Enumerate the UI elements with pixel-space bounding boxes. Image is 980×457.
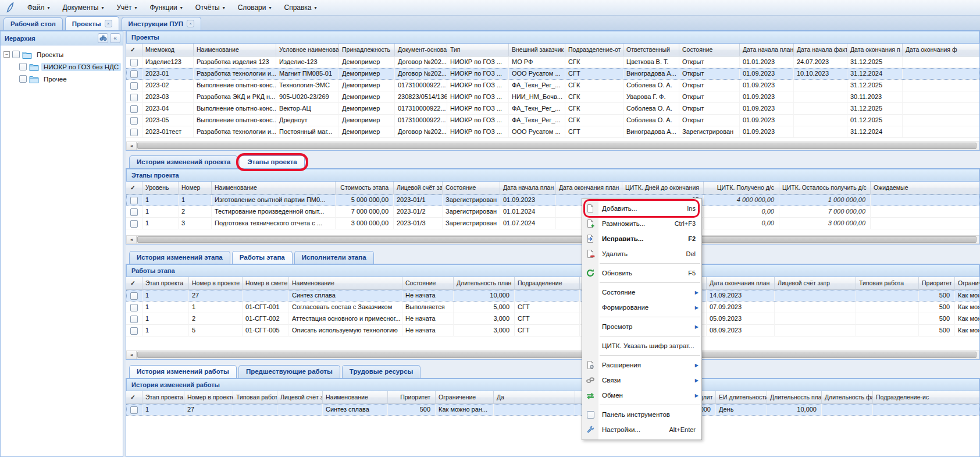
context-menu-item-view[interactable]: Просмотр▶	[582, 319, 701, 334]
row-checkbox[interactable]	[126, 206, 142, 218]
works-header-11[interactable]: Лицевой счёт затр	[775, 277, 856, 290]
context-menu-item-edit[interactable]: Исправить...F2	[582, 231, 701, 246]
history-header-7[interactable]: Ограничение	[436, 391, 494, 404]
projects-header-14[interactable]: Дата окончания ф	[903, 44, 979, 56]
projects-hscrollbar[interactable]: ◄	[126, 141, 979, 150]
projects-header-13[interactable]: Дата окончания п	[847, 44, 903, 56]
main-tab-3[interactable]: Инструкции ПУП×	[122, 17, 201, 30]
scroll-left-icon[interactable]: ◄	[127, 142, 137, 150]
context-menu-item-forming[interactable]: Формирование▶	[582, 300, 701, 315]
scroll-thumb[interactable]	[137, 236, 977, 243]
history-header-5[interactable]: Наименование	[323, 391, 388, 404]
menubar-item-3[interactable]: Учёт▾	[110, 1, 143, 14]
projects-header-7[interactable]: Внешний заказчик	[509, 44, 565, 56]
history-header-12[interactable]: Длительность пла	[767, 391, 822, 404]
works-header-1[interactable]: Этап проекта	[142, 277, 189, 290]
context-menu-item-extensions[interactable]: Расширения▶	[582, 357, 701, 373]
history-header-4[interactable]: Лицевой счёт затр	[277, 391, 323, 404]
works-header-10[interactable]: Дата окончания план	[707, 277, 775, 290]
stages-header-2[interactable]: Номер	[179, 182, 212, 194]
projects-header-4[interactable]: Принадлежность	[339, 44, 395, 56]
works-row-1[interactable]: 127Синтез сплаваНе начата10,00014.09.202…	[126, 290, 979, 302]
context-menu-item-exchange[interactable]: Обмен▶	[582, 388, 701, 403]
works-header-3[interactable]: Номер в смете	[243, 277, 289, 290]
projects-row-1[interactable]: Изделие123Разработка изделия 123Изделие-…	[126, 56, 979, 68]
projects-header-12[interactable]: Дата начала факт.	[794, 44, 847, 56]
scroll-left-icon[interactable]: ◄	[127, 351, 137, 359]
history-header-3[interactable]: Типовая работа	[233, 391, 277, 404]
tree-checkbox[interactable]	[12, 51, 20, 58]
works-header-13[interactable]: Приоритет	[919, 277, 955, 290]
projects-header-10[interactable]: Состояние	[679, 44, 740, 56]
context-menu-item-duplicate[interactable]: Размножить...Ctrl+F3	[582, 216, 701, 231]
context-menu-item-add[interactable]: Добавить...Ins	[582, 201, 701, 216]
works-header-5[interactable]: Состояние	[402, 277, 454, 290]
context-menu-item-delete[interactable]: УдалитьDel	[582, 246, 701, 261]
menubar-item-5[interactable]: Отчёты▾	[189, 1, 231, 14]
works-hscrollbar[interactable]: ◄	[126, 350, 979, 359]
menubar-item-7[interactable]: Справка▾	[277, 1, 323, 14]
works-header-4[interactable]: Наименование	[289, 277, 402, 290]
works-row-2[interactable]: 1101-СГТ-001Согласовать состав с Заказчи…	[126, 302, 979, 313]
projects-header-3[interactable]: Условное наименова	[276, 44, 339, 56]
tree-node-3[interactable]: Прочее	[2, 73, 122, 85]
tree-node-2[interactable]: НИОКР по ГОЗ без НДС	[2, 61, 122, 73]
context-menu-item-citk-cost-code[interactable]: ЦИТК. Указать шифр затрат...	[582, 338, 701, 353]
projects-row-3[interactable]: 2023-02Выполнение опытно-конс...Технолог…	[126, 80, 979, 91]
works-header-check[interactable]: ✓	[126, 277, 142, 290]
projects-row-4[interactable]: 2023-03Разработка ЭКД и РКД н...905-U020…	[126, 91, 979, 103]
projects-header-2[interactable]: Наименование	[194, 44, 276, 56]
context-menu-item-settings[interactable]: Настройки...Alt+Enter	[582, 422, 701, 437]
history-tabs-2[interactable]: Предшествующие работы	[238, 365, 340, 378]
context-menu-item-toolbar[interactable]: Панель инструментов	[582, 407, 701, 422]
stages-header-6[interactable]: Состояние	[443, 182, 500, 194]
collapse-sidebar-icon[interactable]: «	[110, 33, 120, 43]
tree-checkbox[interactable]	[19, 75, 27, 83]
row-checkbox[interactable]	[126, 56, 142, 68]
stage-tabs-2[interactable]: Этапы проекта	[240, 155, 304, 168]
stages-header-5[interactable]: Лицевой счёт затрат.	[394, 182, 443, 194]
history-header-check[interactable]: ✓	[126, 391, 142, 404]
context-menu-item-state[interactable]: Состояние▶	[582, 285, 701, 300]
work-tabs-3[interactable]: Исполнители этапа	[294, 251, 374, 264]
stages-header-8[interactable]: Дата окончания план	[556, 182, 622, 194]
row-checkbox[interactable]	[126, 80, 142, 91]
row-checkbox[interactable]	[126, 290, 142, 302]
projects-row-6[interactable]: 2023-05Выполнение опытно-конс...Дредноут…	[126, 115, 979, 126]
row-checkbox[interactable]	[126, 115, 142, 126]
work-tabs-2[interactable]: Работы этапа	[232, 251, 293, 264]
history-header-11[interactable]: ЕИ длительности	[716, 391, 767, 404]
works-header-12[interactable]: Типовая работа	[856, 277, 919, 290]
context-menu-item-refresh[interactable]: ОбновитьF5	[582, 265, 701, 281]
stages-row-3[interactable]: 13Подготовка технического отчета с ...3 …	[126, 218, 979, 229]
history-tabs-1[interactable]: История изменений работы	[129, 365, 237, 378]
stages-hscrollbar[interactable]: ◄	[126, 235, 979, 244]
works-header-6[interactable]: Длительность план▼	[454, 277, 515, 290]
stage-tabs-1[interactable]: История изменений проекта	[129, 155, 238, 168]
projects-header-11[interactable]: Дата начала план.	[740, 44, 794, 56]
history-header-14[interactable]: Подразделение-ис	[873, 391, 979, 404]
stages-header-10[interactable]: ЦИТК. Получено д/с	[704, 182, 779, 194]
menubar-item-6[interactable]: Словари▾	[231, 1, 278, 14]
context-menu-item-links[interactable]: Связи▶	[582, 373, 701, 388]
projects-row-2[interactable]: 2023-01Разработка технологии и...Магнит …	[126, 68, 979, 80]
work-tabs-1[interactable]: История изменений этапа	[129, 251, 230, 264]
stages-header-9[interactable]: ЦИТК. Дней до окончания	[622, 182, 704, 194]
scroll-thumb[interactable]	[137, 352, 977, 358]
works-header-14[interactable]: Ограничение	[955, 277, 979, 290]
row-checkbox[interactable]	[126, 103, 142, 115]
stages-header-3[interactable]: Наименование	[212, 182, 336, 194]
projects-header-9[interactable]: Ответственный	[623, 44, 679, 56]
stages-row-2[interactable]: 12Тестирование произведенной опыт...7 00…	[126, 206, 979, 218]
scroll-thumb[interactable]	[137, 143, 977, 149]
tab-close-icon[interactable]: ×	[105, 20, 112, 27]
stages-header-11[interactable]: ЦИТК. Осталось получить д/с	[779, 182, 871, 194]
stages-header-7[interactable]: Дата начала план	[500, 182, 556, 194]
works-row-4[interactable]: 1501-СГТ-005Описать используемую техноло…	[126, 325, 979, 336]
projects-header-6[interactable]: Тип	[447, 44, 509, 56]
scroll-left-icon[interactable]: ◄	[127, 236, 137, 243]
menubar-item-1[interactable]: Файл▾	[21, 1, 56, 14]
stages-row-1[interactable]: 11Изготовление опытной партии ПМ0...5 00…	[126, 194, 979, 206]
row-checkbox[interactable]	[126, 302, 142, 313]
history-header-13[interactable]: Длительность фак	[822, 391, 873, 404]
